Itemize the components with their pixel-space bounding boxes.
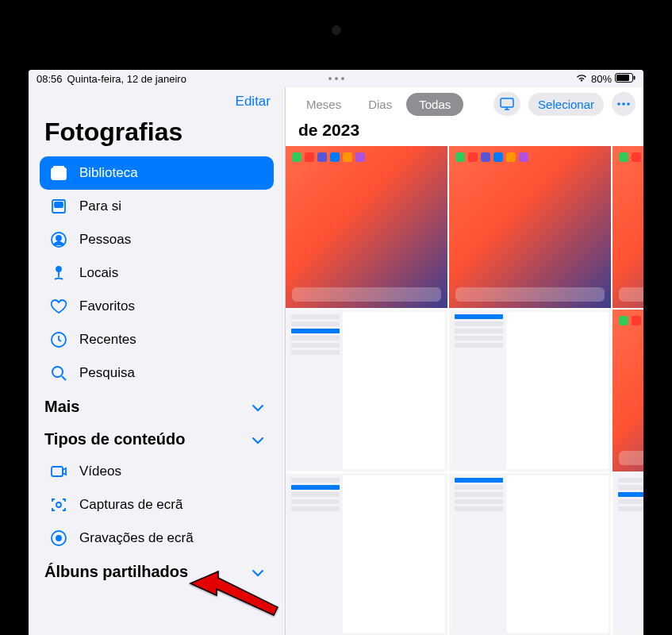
photo-thumbnail[interactable] bbox=[612, 310, 643, 471]
section-shared-albums[interactable]: Álbuns partilhados bbox=[29, 555, 285, 587]
sidebar-item-search[interactable]: Pesquisa bbox=[40, 356, 274, 390]
sidebar-item-people[interactable]: Pessoas bbox=[40, 223, 274, 256]
wifi-icon bbox=[575, 73, 588, 85]
battery-icon bbox=[615, 73, 636, 85]
photo-thumbnail[interactable] bbox=[612, 473, 643, 635]
main-content: Meses Dias Todas Selecionar de 2023 bbox=[285, 87, 643, 635]
status-date: Quinta-feira, 12 de janeiro bbox=[67, 73, 186, 85]
photo-thumbnail[interactable] bbox=[449, 310, 611, 471]
select-button[interactable]: Selecionar bbox=[528, 93, 604, 116]
sidebar-item-recents[interactable]: Recentes bbox=[40, 323, 274, 356]
photo-thumbnail[interactable] bbox=[612, 146, 643, 308]
svg-point-11 bbox=[52, 367, 63, 377]
svg-rect-6 bbox=[55, 202, 63, 207]
chevron-down-icon bbox=[252, 398, 264, 416]
sidebar-item-label: Para si bbox=[79, 198, 121, 214]
multitask-indicator[interactable] bbox=[328, 77, 344, 80]
for-you-icon bbox=[49, 197, 68, 216]
status-bar: 08:56 Quinta-feira, 12 de janeiro 80% bbox=[29, 70, 643, 87]
video-icon bbox=[49, 462, 68, 481]
sidebar-item-label: Recentes bbox=[79, 332, 136, 348]
sidebar-item-screen-recordings[interactable]: Gravações de ecrã bbox=[40, 521, 274, 555]
sidebar-item-label: Capturas de ecrã bbox=[79, 497, 182, 513]
photo-thumbnail[interactable] bbox=[449, 473, 611, 635]
photo-grid[interactable] bbox=[286, 146, 643, 635]
section-label: Álbuns partilhados bbox=[44, 563, 188, 581]
sidebar: Editar Fotografias Biblioteca Para si Pe… bbox=[29, 87, 285, 635]
edit-button[interactable]: Editar bbox=[236, 94, 271, 110]
screen: 08:56 Quinta-feira, 12 de janeiro 80% Ed… bbox=[29, 70, 643, 635]
heart-icon bbox=[49, 297, 68, 316]
photo-thumbnail[interactable] bbox=[286, 310, 447, 471]
record-icon bbox=[49, 529, 68, 548]
sidebar-item-for-you[interactable]: Para si bbox=[40, 190, 274, 223]
photo-thumbnail[interactable] bbox=[286, 146, 447, 308]
sidebar-item-places[interactable]: Locais bbox=[40, 256, 274, 290]
svg-rect-12 bbox=[52, 467, 63, 476]
section-more[interactable]: Mais bbox=[29, 390, 285, 422]
grid-title: de 2023 bbox=[294, 121, 636, 140]
chevron-down-icon bbox=[252, 563, 264, 581]
svg-point-9 bbox=[56, 267, 61, 271]
device-frame: 08:56 Quinta-feira, 12 de janeiro 80% Ed… bbox=[0, 0, 672, 635]
places-icon bbox=[49, 264, 68, 283]
section-label: Tipos de conteúdo bbox=[44, 430, 185, 448]
photo-thumbnail[interactable] bbox=[449, 146, 611, 308]
svg-point-17 bbox=[617, 102, 620, 106]
sidebar-item-videos[interactable]: Vídeos bbox=[40, 455, 274, 488]
people-icon bbox=[49, 230, 68, 249]
photo-thumbnail[interactable] bbox=[286, 473, 447, 635]
sidebar-item-label: Locais bbox=[79, 265, 118, 281]
screenshot-icon bbox=[49, 495, 68, 514]
svg-rect-2 bbox=[634, 75, 636, 79]
svg-rect-1 bbox=[616, 75, 629, 81]
section-content-types[interactable]: Tipos de conteúdo bbox=[29, 422, 285, 455]
status-time: 08:56 bbox=[36, 73, 63, 85]
search-icon bbox=[49, 364, 68, 383]
battery-percent: 80% bbox=[591, 73, 612, 85]
svg-point-18 bbox=[622, 102, 625, 106]
clock-icon bbox=[49, 330, 68, 349]
svg-point-13 bbox=[56, 502, 61, 507]
more-button[interactable] bbox=[612, 92, 636, 116]
chevron-down-icon bbox=[252, 430, 264, 448]
tab-months[interactable]: Meses bbox=[294, 93, 354, 116]
sidebar-item-label: Pesquisa bbox=[79, 365, 135, 381]
sidebar-item-screenshots[interactable]: Capturas de ecrã bbox=[40, 488, 274, 521]
sidebar-item-label: Biblioteca bbox=[79, 165, 138, 181]
sidebar-item-label: Gravações de ecrã bbox=[79, 530, 194, 546]
tab-days[interactable]: Dias bbox=[355, 93, 405, 116]
sidebar-item-library[interactable]: Biblioteca bbox=[40, 156, 274, 190]
svg-point-15 bbox=[56, 536, 61, 541]
svg-rect-16 bbox=[501, 98, 513, 107]
sidebar-item-label: Vídeos bbox=[79, 464, 121, 479]
tab-all[interactable]: Todas bbox=[406, 93, 463, 116]
library-icon bbox=[49, 164, 68, 183]
sidebar-title: Fotografias bbox=[29, 116, 285, 156]
view-segmented-control: Meses Dias Todas bbox=[294, 93, 463, 116]
sidebar-item-label: Pessoas bbox=[79, 232, 131, 248]
svg-point-8 bbox=[56, 236, 61, 241]
section-label: Mais bbox=[44, 398, 79, 416]
cast-button[interactable] bbox=[493, 92, 520, 116]
sidebar-item-favorites[interactable]: Favoritos bbox=[40, 290, 274, 323]
sidebar-item-label: Favoritos bbox=[79, 298, 135, 314]
svg-point-19 bbox=[627, 102, 630, 106]
